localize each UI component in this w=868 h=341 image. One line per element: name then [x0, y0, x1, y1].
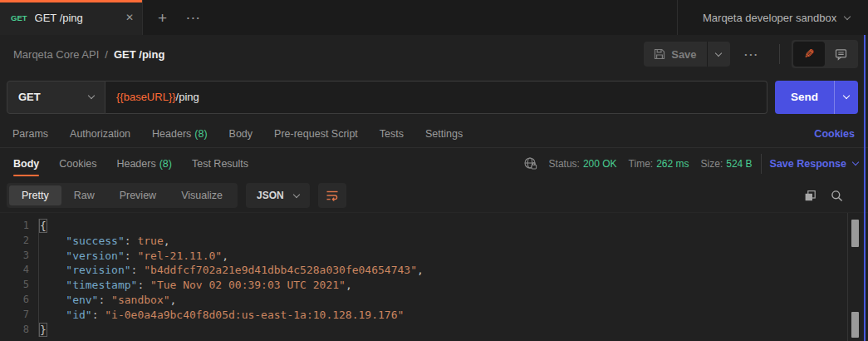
search-button[interactable]	[831, 190, 843, 202]
request-tab-body[interactable]: Body	[218, 128, 264, 140]
close-icon[interactable]: ✕	[125, 12, 134, 23]
size-label: Size:	[701, 158, 723, 170]
count-badge: (8)	[159, 158, 172, 170]
url-row: GET {{baseURL}}/ping Send	[0, 73, 868, 121]
scrollbar-track	[847, 213, 848, 341]
line-number: 1	[0, 219, 38, 234]
chevron-down-icon	[852, 159, 859, 166]
method-badge: GET	[11, 13, 27, 22]
code-lines: 1{2 "success": true,3 "version": "rel-21…	[0, 219, 868, 337]
vertical-scrollbar-thumb[interactable]	[851, 220, 859, 247]
request-tab-header[interactable]: GET GET /ping ✕	[0, 0, 143, 35]
save-button[interactable]: Save	[644, 42, 706, 67]
workspace-name: Marqeta developer sandbox	[703, 12, 836, 24]
request-tab-authorization[interactable]: Authorization	[59, 128, 141, 140]
tab-bar: GET GET /ping ✕ + ••• Marqeta developer …	[0, 0, 868, 35]
line-number: 5	[0, 278, 38, 293]
line-number: 4	[0, 263, 38, 278]
edit-comment-group: ✎	[792, 40, 858, 68]
code-line: 6 "env": "sandbox",	[0, 293, 868, 308]
url-input[interactable]: {{baseURL}}/ping	[105, 81, 767, 114]
response-meta: Status:200 OK Time:262 ms Size:524 B Sav…	[522, 154, 858, 174]
code-line: 4 "revision": "b4ddfcf702a21e9d41dbb4c52…	[0, 263, 868, 278]
edit-button[interactable]: ✎	[793, 42, 825, 67]
response-tab-cookies[interactable]: Cookies	[49, 148, 106, 179]
more-options-button[interactable]: •••	[737, 51, 767, 58]
response-header-row: BodyCookiesHeaders(8)Test Results Status…	[0, 148, 868, 179]
search-icon	[831, 190, 843, 202]
save-icon	[654, 48, 665, 60]
view-mode-preview[interactable]: Preview	[107, 185, 169, 205]
language-select[interactable]: JSON	[246, 183, 310, 208]
response-tab-body[interactable]: Body	[3, 148, 49, 179]
pencil-icon: ✎	[804, 47, 815, 62]
send-dropdown-button[interactable]	[834, 81, 858, 114]
view-mode-visualize[interactable]: Visualize	[169, 185, 235, 205]
chevron-down-icon	[715, 49, 722, 56]
save-dropdown-button[interactable]	[707, 42, 730, 67]
time-label: Time:	[629, 158, 654, 170]
copy-button[interactable]	[804, 190, 817, 202]
tab-more-options-icon[interactable]: •••	[187, 14, 201, 22]
response-tab-test-results[interactable]: Test Results	[182, 148, 258, 179]
time-value: 262 ms	[656, 158, 689, 170]
breadcrumb-parent[interactable]: Marqeta Core API	[13, 48, 99, 61]
chevron-down-icon	[844, 12, 851, 19]
line-number: 3	[0, 249, 38, 264]
code-text: "version": "rel-21.11.0",	[38, 249, 228, 264]
breadcrumb-separator: /	[105, 48, 108, 61]
request-tab-headers[interactable]: Headers(8)	[141, 128, 218, 140]
size-value: 524 B	[726, 158, 752, 170]
url-variable: {{baseURL}}	[116, 91, 176, 103]
sidebar-resize-handle[interactable]	[864, 35, 866, 341]
url-path: /ping	[176, 91, 199, 103]
network-info-icon[interactable]	[523, 156, 537, 170]
save-response-button[interactable]: Save Response	[770, 158, 858, 170]
cookies-link[interactable]: Cookies	[814, 128, 855, 140]
request-tabs-row: ParamsAuthorizationHeaders(8)BodyPre-req…	[0, 121, 868, 148]
header-actions: Save ••• ✎	[644, 40, 858, 68]
chevron-down-icon	[292, 190, 299, 197]
status-label: Status:	[549, 158, 580, 170]
chevron-down-icon	[88, 92, 95, 99]
new-tab-button[interactable]: +	[158, 10, 167, 26]
line-number: 8	[0, 323, 38, 338]
code-line: 5 "timestamp": "Tue Nov 02 00:39:03 UTC …	[0, 278, 868, 293]
code-text: "env": "sandbox",	[38, 293, 176, 308]
view-mode-raw[interactable]: Raw	[61, 185, 107, 205]
comment-icon	[835, 48, 847, 61]
code-line: 3 "version": "rel-21.11.0",	[0, 249, 868, 264]
view-mode-pretty[interactable]: Pretty	[9, 185, 61, 205]
view-bar-right-actions	[804, 190, 856, 202]
count-badge: (8)	[194, 128, 207, 140]
line-number: 7	[0, 308, 38, 323]
horizontal-scrollbar-thumb[interactable]	[851, 312, 859, 338]
view-mode-tabs: PrettyRawPreviewVisualize	[7, 183, 238, 208]
response-tab-headers[interactable]: Headers(8)	[106, 148, 182, 179]
response-view-bar: PrettyRawPreviewVisualize JSON	[0, 179, 868, 212]
comment-button[interactable]	[825, 42, 856, 67]
breadcrumb: Marqeta Core API / GET /ping	[13, 48, 164, 61]
method-select[interactable]: GET	[7, 81, 105, 114]
request-tab-params[interactable]: Params	[2, 128, 59, 140]
url-combo: GET {{baseURL}}/ping	[7, 81, 767, 114]
wrap-lines-button[interactable]	[318, 183, 346, 208]
line-number: 2	[0, 234, 38, 249]
request-tab-tests[interactable]: Tests	[369, 128, 414, 140]
save-group: Save	[644, 42, 729, 67]
tab-actions: + •••	[143, 0, 217, 35]
code-line: 7 "id": "i-0e0a4a9bc40f8d05d:us-east-1a:…	[0, 308, 868, 323]
workspace-switcher[interactable]: Marqeta developer sandbox	[677, 0, 868, 35]
tab-title: GET /ping	[35, 12, 120, 24]
request-tab-pre-request-script[interactable]: Pre-request Script	[263, 128, 369, 140]
wrap-lines-icon	[326, 190, 339, 201]
request-tab-settings[interactable]: Settings	[414, 128, 473, 140]
code-text: {	[38, 219, 47, 234]
divider	[779, 44, 780, 64]
code-text: "success": true,	[38, 234, 170, 249]
response-body-viewer: 1{2 "success": true,3 "version": "rel-21…	[0, 212, 868, 341]
code-text: "timestamp": "Tue Nov 02 00:39:03 UTC 20…	[38, 278, 352, 293]
send-button[interactable]: Send	[775, 81, 834, 114]
code-line: 1{	[0, 219, 868, 234]
code-text: "id": "i-0e0a4a9bc40f8d05d:us-east-1a:10…	[38, 308, 404, 323]
